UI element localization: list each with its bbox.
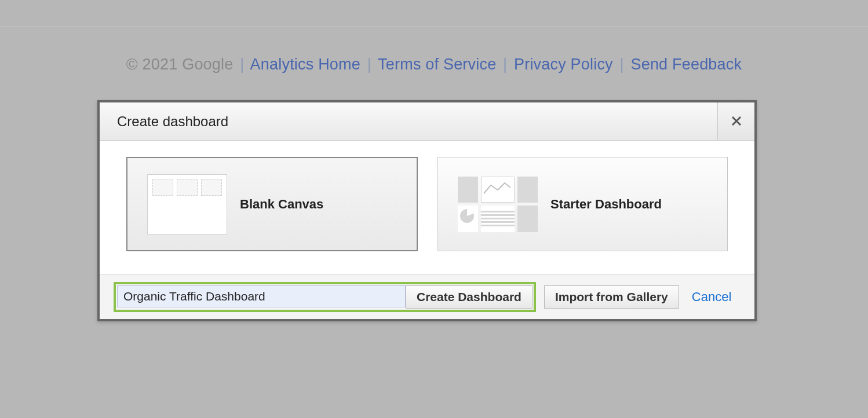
separator: | bbox=[367, 56, 371, 73]
create-dashboard-button[interactable]: Create Dashboard bbox=[406, 285, 533, 309]
dialog-title: Create dashboard bbox=[100, 113, 228, 130]
thumb-cell bbox=[458, 177, 478, 203]
send-feedback-link[interactable]: Send Feedback bbox=[630, 56, 742, 73]
thumb-cell bbox=[517, 177, 538, 203]
import-from-gallery-button[interactable]: Import from Gallery bbox=[544, 285, 679, 309]
footer-links: © 2021 Google | Analytics Home | Terms o… bbox=[0, 56, 868, 74]
close-icon bbox=[731, 115, 742, 127]
create-dashboard-dialog: Create dashboard Blank Canvas bbox=[97, 100, 757, 321]
thumb-cell bbox=[201, 179, 222, 196]
blank-canvas-thumb bbox=[147, 174, 227, 234]
cancel-link[interactable]: Cancel bbox=[692, 289, 731, 305]
separator: | bbox=[620, 56, 624, 73]
privacy-policy-link[interactable]: Privacy Policy bbox=[514, 56, 613, 73]
terms-of-service-link[interactable]: Terms of Service bbox=[378, 56, 496, 73]
starter-dashboard-option[interactable]: Starter Dashboard bbox=[437, 157, 728, 251]
thumb-cell bbox=[177, 179, 198, 196]
thumb-cell-text-icon bbox=[481, 206, 515, 232]
close-button[interactable] bbox=[717, 102, 754, 140]
blank-canvas-option[interactable]: Blank Canvas bbox=[126, 157, 418, 251]
top-divider bbox=[0, 27, 868, 27]
separator: | bbox=[240, 56, 244, 73]
copyright-text: © 2021 Google bbox=[126, 56, 234, 73]
thumb-cell-pie-icon bbox=[458, 206, 478, 232]
dialog-footer: Create Dashboard Import from Gallery Can… bbox=[100, 274, 754, 319]
thumb-cell bbox=[152, 179, 173, 196]
thumb-cell bbox=[517, 206, 538, 232]
dashboard-name-input[interactable] bbox=[117, 285, 406, 307]
separator: | bbox=[503, 56, 507, 73]
dialog-body: Blank Canvas bbox=[100, 141, 754, 274]
analytics-home-link[interactable]: Analytics Home bbox=[250, 56, 360, 73]
thumb-cell-chart-icon bbox=[481, 177, 515, 203]
dialog-header: Create dashboard bbox=[100, 102, 754, 141]
blank-canvas-label: Blank Canvas bbox=[240, 197, 323, 212]
starter-dashboard-label: Starter Dashboard bbox=[550, 197, 662, 212]
highlighted-input-group: Create Dashboard bbox=[114, 282, 536, 312]
starter-dashboard-thumb bbox=[458, 177, 538, 232]
